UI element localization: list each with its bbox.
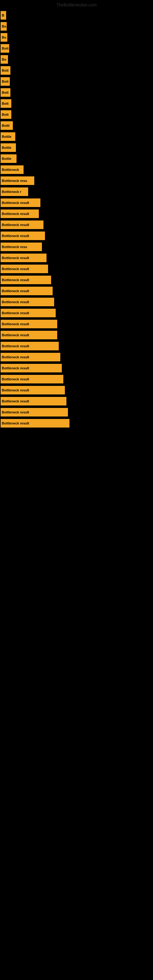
bottleneck-bar: Bottleneck result bbox=[1, 397, 66, 406]
list-item: Bottleneck result bbox=[0, 329, 153, 340]
list-item: Bottle bbox=[0, 153, 153, 164]
list-item: Bottleneck result bbox=[0, 219, 153, 230]
list-item: Bott bbox=[0, 109, 153, 120]
list-item: Bottleneck bbox=[0, 164, 153, 175]
list-item: Bottl bbox=[0, 120, 153, 131]
bottleneck-bar: Bott bbox=[1, 88, 10, 97]
list-item: Bottleneck result bbox=[0, 352, 153, 363]
list-item: Bott bbox=[0, 98, 153, 109]
bottleneck-bar: Bottleneck resu bbox=[1, 177, 34, 185]
list-item: Bottleneck result bbox=[0, 307, 153, 318]
list-item: Bo bbox=[0, 21, 153, 32]
bottleneck-bar: Bo bbox=[1, 33, 7, 41]
list-item: Bottleneck result bbox=[0, 363, 153, 374]
bottleneck-bar: Bott bbox=[1, 66, 10, 75]
list-item: Bottleneck result bbox=[0, 374, 153, 385]
list-item: Bottleneck result bbox=[0, 318, 153, 329]
bottleneck-bar: Bo bbox=[1, 55, 8, 64]
list-item: Bott bbox=[0, 87, 153, 98]
list-item: Bottleneck result bbox=[0, 252, 153, 263]
bars-container: BBoBoBottBoBottBottBottBottBottBottlBott… bbox=[0, 10, 153, 429]
bottleneck-bar: Bottleneck result bbox=[1, 342, 59, 350]
list-item: Bottleneck r bbox=[0, 186, 153, 197]
bottleneck-bar: Bottleneck result bbox=[1, 375, 63, 383]
bottleneck-bar: Bottleneck result bbox=[1, 320, 57, 328]
list-item: B bbox=[0, 10, 153, 21]
bottleneck-bar: Bottleneck result bbox=[1, 199, 40, 207]
bottleneck-bar: Bottleneck result bbox=[1, 364, 62, 372]
bottleneck-bar: Bottleneck result bbox=[1, 331, 57, 339]
list-item: Bottleneck resu bbox=[0, 175, 153, 186]
bottleneck-bar: Bottle bbox=[1, 154, 16, 163]
bottleneck-bar: Bott bbox=[1, 110, 11, 119]
bottleneck-bar: Bottl bbox=[1, 121, 13, 130]
bottleneck-bar: Bottleneck r bbox=[1, 188, 28, 196]
bottleneck-bar: Bottleneck result bbox=[1, 221, 43, 229]
bottleneck-bar: Bo bbox=[1, 22, 7, 30]
list-item: Bottleneck result bbox=[0, 263, 153, 274]
list-item: Bottleneck result bbox=[0, 208, 153, 219]
list-item: Bo bbox=[0, 54, 153, 65]
bottleneck-bar: Bottleneck result bbox=[1, 210, 39, 218]
list-item: Bottleneck result bbox=[0, 230, 153, 241]
bottleneck-bar: Bottleneck result bbox=[1, 353, 60, 361]
list-item: Bottleneck result bbox=[0, 296, 153, 307]
list-item: Bott bbox=[0, 43, 153, 54]
bottleneck-bar: Bottleneck result bbox=[1, 232, 45, 240]
bottleneck-bar: Bottleneck result bbox=[1, 286, 53, 295]
list-item: Bottle bbox=[0, 142, 153, 153]
list-item: Bottleneck result bbox=[0, 385, 153, 396]
list-item: Bott bbox=[0, 76, 153, 87]
list-item: Bottle bbox=[0, 131, 153, 142]
bottleneck-bar: Bottleneck result bbox=[1, 309, 56, 317]
bottleneck-bar: Bottleneck resu bbox=[1, 243, 42, 251]
list-item: Bottleneck result bbox=[0, 418, 153, 429]
bottleneck-bar: Bottleneck result bbox=[1, 265, 48, 273]
bottleneck-bar: Bottleneck result bbox=[1, 254, 46, 262]
site-title: TheBottlenecker.com bbox=[0, 0, 153, 10]
bottleneck-bar: B bbox=[1, 11, 6, 20]
list-item: Bottleneck result bbox=[0, 396, 153, 407]
list-item: Bott bbox=[0, 65, 153, 76]
list-item: Bottleneck result bbox=[0, 407, 153, 418]
list-item: Bo bbox=[0, 32, 153, 43]
bottleneck-bar: Bottle bbox=[1, 143, 16, 152]
list-item: Bottleneck resu bbox=[0, 241, 153, 252]
bottleneck-bar: Bottleneck bbox=[1, 165, 24, 174]
bottleneck-bar: Bottleneck result bbox=[1, 419, 70, 428]
list-item: Bottleneck result bbox=[0, 197, 153, 208]
bottleneck-bar: Bott bbox=[1, 44, 9, 52]
list-item: Bottleneck result bbox=[0, 285, 153, 296]
bottleneck-bar: Bottle bbox=[1, 132, 15, 141]
bottleneck-bar: Bottleneck result bbox=[1, 298, 54, 306]
bottleneck-bar: Bottleneck result bbox=[1, 408, 68, 417]
list-item: Bottleneck result bbox=[0, 340, 153, 352]
bottleneck-bar: Bott bbox=[1, 77, 10, 86]
bottleneck-bar: Bottleneck result bbox=[1, 275, 51, 284]
list-item: Bottleneck result bbox=[0, 274, 153, 285]
bottleneck-bar: Bottleneck result bbox=[1, 386, 65, 395]
bottleneck-bar: Bott bbox=[1, 99, 11, 108]
